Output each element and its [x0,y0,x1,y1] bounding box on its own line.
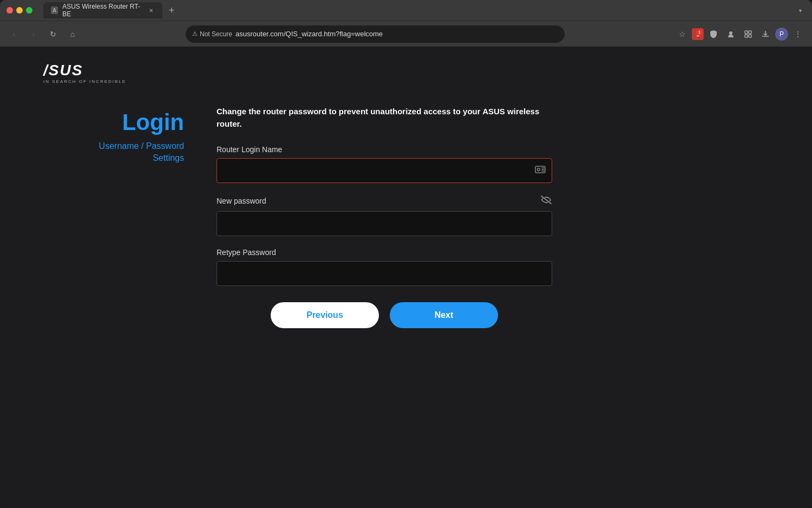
svg-point-6 [538,168,540,171]
not-secure-indicator: ⚠ Not Secure [192,30,232,38]
retype-password-wrapper [217,261,552,286]
page-content: /SUS IN SEARCH OF INCREDIBLE Login Usern… [0,47,812,508]
tab-dropdown-icon[interactable]: ▾ [795,5,806,16]
asus-logo: /SUS IN SEARCH OF INCREDIBLE [43,63,769,84]
asus-slash: / [43,62,49,79]
warning-icon: ⚠ [192,30,198,37]
button-row: Previous Next [217,302,552,328]
toggle-password-visibility-button[interactable] [540,195,552,207]
retype-password-input[interactable] [217,261,552,286]
retype-password-label: Retype Password [217,248,552,257]
left-panel: Login Username / Password Settings [43,106,184,165]
next-button[interactable]: Next [390,302,498,328]
login-name-input[interactable] [217,158,552,183]
new-password-label: New password [217,197,266,205]
more-button[interactable]: ⋮ [790,27,806,42]
svg-rect-2 [749,31,751,34]
close-button[interactable] [6,7,13,14]
tab-bar: A ASUS Wireless Router RT-BE ✕ + ▾ [43,2,806,18]
page-subtitle: Username / Password Settings [43,140,184,165]
password-manager-icon[interactable] [723,27,738,42]
not-secure-label: Not Secure [200,30,232,38]
forward-button[interactable]: › [26,27,41,42]
new-password-input[interactable] [217,211,552,236]
asus-logo-text: /SUS [43,63,769,78]
new-password-label-row: New password [217,195,552,207]
main-layout: Login Username / Password Settings Chang… [43,106,769,328]
shield-icon[interactable] [706,27,721,42]
svg-rect-4 [749,35,751,37]
minimize-button[interactable] [16,7,23,14]
previous-button[interactable]: Previous [271,302,379,328]
address-field[interactable]: ⚠ Not Secure asusrouter.com/QIS_wizard.h… [186,25,565,43]
maximize-button[interactable] [26,7,32,14]
login-name-wrapper [217,158,552,183]
page-title: Login [43,111,184,134]
toolbar-icons: ☆ 1 P ⋮ [675,27,806,42]
login-name-label: Router Login Name [217,145,552,154]
retype-password-group: Retype Password [217,248,552,286]
profile-icon[interactable]: P [775,28,788,41]
bookmark-button[interactable]: ☆ [675,27,690,42]
extensions-puzzle-icon[interactable] [741,27,756,42]
right-panel: Change the router password to prevent un… [217,106,552,328]
traffic-lights [6,7,32,14]
login-name-group: Router Login Name [217,145,552,183]
asus-tagline: IN SEARCH OF INCREDIBLE [43,79,769,84]
extensions-button[interactable]: 1 [692,28,704,40]
tab-close-button[interactable]: ✕ [148,6,155,14]
home-button[interactable]: ⌂ [65,27,80,42]
tab-title: ASUS Wireless Router RT-BE [62,3,143,18]
url-text: asusrouter.com/QIS_wizard.htm?flag=welco… [235,30,383,38]
svg-rect-3 [745,35,748,37]
subtitle-line1: Username / Password [99,141,184,151]
tab-favicon: A [51,6,58,14]
svg-point-0 [729,31,732,35]
new-tab-button[interactable]: + [165,3,179,17]
autofill-icon [535,166,546,175]
description-text: Change the router password to prevent un… [217,106,552,130]
asus-text: SUS [49,62,83,79]
address-bar: ‹ › ↻ ⌂ ⚠ Not Secure asusrouter.com/QIS_… [0,21,812,47]
browser-frame: A ASUS Wireless Router RT-BE ✕ + ▾ ‹ › ↻… [0,0,812,508]
title-bar: A ASUS Wireless Router RT-BE ✕ + ▾ [0,0,812,21]
svg-rect-1 [745,31,748,34]
subtitle-line2: Settings [153,153,184,162]
download-icon[interactable] [758,27,773,42]
active-tab[interactable]: A ASUS Wireless Router RT-BE ✕ [43,2,162,18]
refresh-button[interactable]: ↻ [45,27,61,42]
new-password-group: New password [217,195,552,236]
back-button[interactable]: ‹ [6,27,22,42]
new-password-wrapper [217,211,552,236]
